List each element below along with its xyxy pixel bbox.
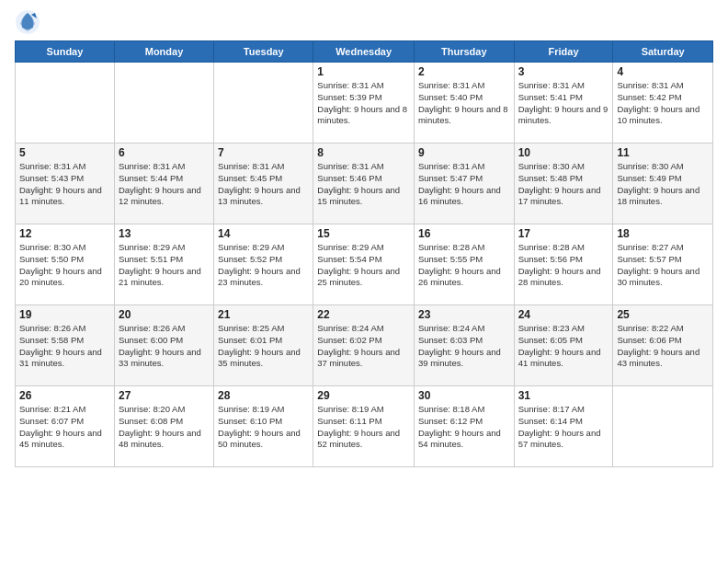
day-number: 7 [218,146,309,159]
day-number: 6 [119,146,210,159]
day-cell-8: 8Sunrise: 8:31 AM Sunset: 5:46 PM Daylig… [313,144,415,224]
day-cell-19: 19Sunrise: 8:26 AM Sunset: 5:58 PM Dayli… [16,305,115,386]
day-cell-10: 10Sunrise: 8:30 AM Sunset: 5:48 PM Dayli… [514,144,613,224]
day-number: 13 [119,227,210,240]
day-cell-15: 15Sunrise: 8:29 AM Sunset: 5:54 PM Dayli… [313,224,415,305]
day-info: Sunrise: 8:28 AM Sunset: 5:55 PM Dayligh… [418,242,510,289]
day-info: Sunrise: 8:27 AM Sunset: 5:57 PM Dayligh… [617,242,709,289]
day-header-wednesday: Wednesday [313,41,415,63]
day-info: Sunrise: 8:24 AM Sunset: 6:03 PM Dayligh… [418,323,510,370]
day-header-saturday: Saturday [613,41,713,63]
day-number: 3 [518,65,609,78]
day-number: 8 [317,146,410,159]
day-info: Sunrise: 8:23 AM Sunset: 6:05 PM Dayligh… [518,323,609,370]
day-number: 4 [617,65,709,78]
day-number: 22 [317,308,410,321]
day-number: 27 [119,389,210,402]
day-cell-12: 12Sunrise: 8:30 AM Sunset: 5:50 PM Dayli… [16,224,115,305]
day-cell-28: 28Sunrise: 8:19 AM Sunset: 6:10 PM Dayli… [214,386,313,467]
day-cell-13: 13Sunrise: 8:29 AM Sunset: 5:51 PM Dayli… [114,224,213,305]
day-number: 18 [617,227,709,240]
day-number: 19 [19,308,110,321]
day-info: Sunrise: 8:31 AM Sunset: 5:42 PM Dayligh… [617,80,709,127]
header [15,9,713,35]
day-info: Sunrise: 8:20 AM Sunset: 6:08 PM Dayligh… [119,404,210,451]
day-cell-31: 31Sunrise: 8:17 AM Sunset: 6:14 PM Dayli… [514,386,613,467]
day-number: 2 [418,65,510,78]
week-row-5: 26Sunrise: 8:21 AM Sunset: 6:07 PM Dayli… [16,386,713,467]
day-number: 10 [518,146,609,159]
day-number: 23 [418,308,510,321]
day-info: Sunrise: 8:29 AM Sunset: 5:51 PM Dayligh… [119,242,210,289]
day-number: 14 [218,227,309,240]
day-number: 29 [317,389,410,402]
day-number: 17 [518,227,609,240]
day-header-thursday: Thursday [414,41,514,63]
day-number: 26 [19,389,110,402]
day-info: Sunrise: 8:30 AM Sunset: 5:49 PM Dayligh… [617,161,709,208]
day-cell-20: 20Sunrise: 8:26 AM Sunset: 6:00 PM Dayli… [114,305,213,386]
day-number: 11 [617,146,709,159]
day-header-sunday: Sunday [16,41,115,63]
day-info: Sunrise: 8:31 AM Sunset: 5:41 PM Dayligh… [518,80,609,127]
day-cell-3: 3Sunrise: 8:31 AM Sunset: 5:41 PM Daylig… [514,63,613,144]
day-info: Sunrise: 8:18 AM Sunset: 6:12 PM Dayligh… [418,404,510,451]
day-info: Sunrise: 8:29 AM Sunset: 5:52 PM Dayligh… [218,242,309,289]
day-number: 9 [418,146,510,159]
day-info: Sunrise: 8:21 AM Sunset: 6:07 PM Dayligh… [19,404,110,451]
day-cell-1: 1Sunrise: 8:31 AM Sunset: 5:39 PM Daylig… [313,63,415,144]
day-info: Sunrise: 8:31 AM Sunset: 5:43 PM Dayligh… [19,161,110,208]
day-cell-6: 6Sunrise: 8:31 AM Sunset: 5:44 PM Daylig… [114,144,213,224]
day-cell-14: 14Sunrise: 8:29 AM Sunset: 5:52 PM Dayli… [214,224,313,305]
day-cell-9: 9Sunrise: 8:31 AM Sunset: 5:47 PM Daylig… [414,144,514,224]
day-header-friday: Friday [514,41,613,63]
day-header-monday: Monday [114,41,213,63]
day-info: Sunrise: 8:31 AM Sunset: 5:47 PM Dayligh… [418,161,510,208]
day-info: Sunrise: 8:29 AM Sunset: 5:54 PM Dayligh… [317,242,410,289]
day-info: Sunrise: 8:28 AM Sunset: 5:56 PM Dayligh… [518,242,609,289]
day-cell-18: 18Sunrise: 8:27 AM Sunset: 5:57 PM Dayli… [613,224,713,305]
day-info: Sunrise: 8:31 AM Sunset: 5:46 PM Dayligh… [317,161,410,208]
day-cell-17: 17Sunrise: 8:28 AM Sunset: 5:56 PM Dayli… [514,224,613,305]
day-number: 1 [317,65,410,78]
day-cell-4: 4Sunrise: 8:31 AM Sunset: 5:42 PM Daylig… [613,63,713,144]
week-row-2: 5Sunrise: 8:31 AM Sunset: 5:43 PM Daylig… [16,144,713,224]
day-number: 30 [418,389,510,402]
day-info: Sunrise: 8:25 AM Sunset: 6:01 PM Dayligh… [218,323,309,370]
calendar-body: 1Sunrise: 8:31 AM Sunset: 5:39 PM Daylig… [16,63,713,467]
day-info: Sunrise: 8:31 AM Sunset: 5:39 PM Dayligh… [317,80,410,127]
day-cell-11: 11Sunrise: 8:30 AM Sunset: 5:49 PM Dayli… [613,144,713,224]
empty-cell [214,63,313,144]
day-info: Sunrise: 8:31 AM Sunset: 5:40 PM Dayligh… [418,80,510,127]
calendar-thead: SundayMondayTuesdayWednesdayThursdayFrid… [16,41,713,63]
day-number: 24 [518,308,609,321]
week-row-4: 19Sunrise: 8:26 AM Sunset: 5:58 PM Dayli… [16,305,713,386]
day-number: 12 [19,227,110,240]
day-cell-27: 27Sunrise: 8:20 AM Sunset: 6:08 PM Dayli… [114,386,213,467]
day-number: 20 [119,308,210,321]
day-header-tuesday: Tuesday [214,41,313,63]
day-info: Sunrise: 8:24 AM Sunset: 6:02 PM Dayligh… [317,323,410,370]
day-number: 25 [617,308,709,321]
day-info: Sunrise: 8:22 AM Sunset: 6:06 PM Dayligh… [617,323,709,370]
day-number: 5 [19,146,110,159]
week-row-1: 1Sunrise: 8:31 AM Sunset: 5:39 PM Daylig… [16,63,713,144]
calendar-table: SundayMondayTuesdayWednesdayThursdayFrid… [15,40,713,467]
page: SundayMondayTuesdayWednesdayThursdayFrid… [0,0,728,563]
day-number: 15 [317,227,410,240]
day-info: Sunrise: 8:19 AM Sunset: 6:11 PM Dayligh… [317,404,410,451]
day-info: Sunrise: 8:17 AM Sunset: 6:14 PM Dayligh… [518,404,609,451]
day-header-row: SundayMondayTuesdayWednesdayThursdayFrid… [16,41,713,63]
day-number: 28 [218,389,309,402]
day-info: Sunrise: 8:30 AM Sunset: 5:50 PM Dayligh… [19,242,110,289]
day-cell-30: 30Sunrise: 8:18 AM Sunset: 6:12 PM Dayli… [414,386,514,467]
logo [15,9,44,35]
day-info: Sunrise: 8:31 AM Sunset: 5:45 PM Dayligh… [218,161,309,208]
day-cell-16: 16Sunrise: 8:28 AM Sunset: 5:55 PM Dayli… [414,224,514,305]
day-info: Sunrise: 8:19 AM Sunset: 6:10 PM Dayligh… [218,404,309,451]
day-cell-2: 2Sunrise: 8:31 AM Sunset: 5:40 PM Daylig… [414,63,514,144]
day-cell-23: 23Sunrise: 8:24 AM Sunset: 6:03 PM Dayli… [414,305,514,386]
week-row-3: 12Sunrise: 8:30 AM Sunset: 5:50 PM Dayli… [16,224,713,305]
logo-icon [15,9,40,35]
day-cell-21: 21Sunrise: 8:25 AM Sunset: 6:01 PM Dayli… [214,305,313,386]
